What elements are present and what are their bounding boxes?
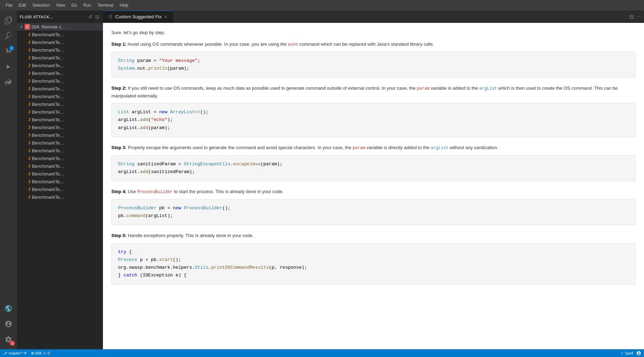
java-file-icon: J bbox=[28, 71, 31, 76]
code-line: argList.add(param); bbox=[118, 124, 629, 132]
file-label: BenchmarkTe... bbox=[32, 195, 64, 200]
code-line: String sanitizedParam = StringEscapeUtil… bbox=[118, 160, 629, 168]
editor-area: ☰ Custom Suggested Fix × ⊟ ··· Sure, let… bbox=[103, 11, 644, 349]
menu-terminal[interactable]: Terminal bbox=[95, 2, 116, 8]
list-item[interactable]: J BenchmarkTe... bbox=[17, 139, 103, 147]
java-file-icon: J bbox=[28, 195, 31, 199]
code-line: pb.command(argList); bbox=[118, 212, 629, 220]
list-item[interactable]: J BenchmarkTe... bbox=[17, 93, 103, 100]
java-file-icon: J bbox=[28, 63, 31, 68]
java-file-icon: J bbox=[28, 87, 31, 91]
step-text: Step 4: Use ProcessBuilder to start the … bbox=[111, 188, 636, 196]
activity-bar: 2 1 bbox=[0, 11, 17, 349]
java-file-icon: J bbox=[28, 48, 31, 52]
step-text: Step 5: Handle exceptions properly. This… bbox=[111, 232, 636, 240]
menu-edit[interactable]: Edit bbox=[16, 2, 29, 8]
java-file-icon: J bbox=[28, 32, 31, 37]
split-editor-button[interactable]: ⊟ bbox=[629, 13, 634, 20]
list-item[interactable]: J BenchmarkTe... bbox=[17, 193, 103, 201]
code-line: List argList = new ArrayList<>(); bbox=[118, 108, 629, 116]
git-branch[interactable]: ⎇ master* ⟳ bbox=[3, 351, 27, 356]
java-file-icon: J bbox=[28, 148, 31, 153]
tab-bar: ☰ Custom Suggested Fix × ⊟ ··· bbox=[103, 11, 644, 23]
sidebar-collapse-icon[interactable]: ⊟ bbox=[95, 13, 100, 20]
sidebar: FLUID ATTACK... ↺ ⊟ ▼ C 004. Remote c...… bbox=[17, 11, 103, 349]
list-item[interactable]: J BenchmarkTe... bbox=[17, 147, 103, 154]
java-file-icon: J bbox=[28, 164, 31, 168]
errors-count[interactable]: ⊗ 898 ⚠ 0 bbox=[31, 351, 50, 356]
list-item[interactable]: J BenchmarkTe... bbox=[17, 100, 103, 108]
menu-file[interactable]: File bbox=[3, 2, 15, 8]
feedback-icon[interactable] bbox=[636, 351, 641, 356]
file-label: BenchmarkTe... bbox=[32, 55, 64, 60]
tree-root-item[interactable]: ▼ C 004. Remote c... bbox=[17, 23, 103, 31]
list-item[interactable]: J BenchmarkTe... bbox=[17, 123, 103, 131]
list-item[interactable]: J BenchmarkTe... bbox=[17, 69, 103, 77]
file-label: BenchmarkTe... bbox=[32, 133, 64, 138]
custom-fix-tab[interactable]: ☰ Custom Suggested Fix × bbox=[103, 11, 173, 23]
menu-help[interactable]: Help bbox=[117, 2, 131, 8]
menu-selection[interactable]: Selection bbox=[30, 2, 52, 8]
list-item[interactable]: J BenchmarkTe... bbox=[17, 178, 103, 185]
sidebar-header: FLUID ATTACK... ↺ ⊟ bbox=[17, 11, 103, 23]
list-item[interactable]: J BenchmarkTe... bbox=[17, 162, 103, 170]
tab-icon: ☰ bbox=[109, 14, 112, 19]
list-item[interactable]: J BenchmarkTe... bbox=[17, 116, 103, 123]
folder-icon: C bbox=[25, 24, 30, 30]
list-item[interactable]: J BenchmarkTe... bbox=[17, 185, 103, 193]
list-item[interactable]: J BenchmarkTe... bbox=[17, 77, 103, 85]
list-item[interactable]: J BenchmarkTe... bbox=[17, 46, 103, 54]
list-item[interactable]: J BenchmarkTe... bbox=[17, 154, 103, 162]
java-file-icon: J bbox=[28, 56, 31, 60]
list-item[interactable]: J BenchmarkTe... bbox=[17, 62, 103, 69]
settings-badge: 1 bbox=[10, 341, 15, 346]
java-file-icon: J bbox=[28, 110, 31, 114]
tab-label: Custom Suggested Fix bbox=[115, 14, 162, 19]
java-file-icon: J bbox=[28, 179, 31, 184]
file-label: BenchmarkTe... bbox=[32, 32, 64, 37]
code-line: argList.add(sanitizedParam); bbox=[118, 168, 629, 176]
file-label: BenchmarkTe... bbox=[32, 140, 64, 146]
source-control-icon[interactable]: 2 bbox=[1, 44, 15, 58]
list-item[interactable]: J BenchmarkTe... bbox=[17, 85, 103, 93]
java-file-icon: J bbox=[28, 79, 31, 83]
file-label: BenchmarkTe... bbox=[32, 63, 64, 68]
list-item[interactable]: J BenchmarkTe... bbox=[17, 38, 103, 46]
step-block: Step 1: Avoid using OS commands whenever… bbox=[111, 41, 636, 78]
tab-close-button[interactable]: × bbox=[164, 14, 167, 20]
spell-check[interactable]: ✓ Spell bbox=[620, 351, 633, 356]
explorer-icon[interactable] bbox=[1, 13, 15, 27]
file-label: BenchmarkTe... bbox=[32, 125, 64, 130]
account-icon[interactable] bbox=[1, 317, 15, 331]
code-block: List argList = new ArrayList<>();argList… bbox=[111, 103, 636, 137]
menu-run[interactable]: Run bbox=[80, 2, 94, 8]
extensions-icon[interactable] bbox=[1, 75, 15, 89]
step-block: Step 5: Handle exceptions properly. This… bbox=[111, 232, 636, 285]
java-file-icon: J bbox=[28, 133, 31, 138]
search-icon[interactable] bbox=[1, 29, 15, 43]
run-debug-icon[interactable] bbox=[1, 60, 15, 74]
file-label: BenchmarkTe... bbox=[32, 40, 64, 45]
list-item[interactable]: J BenchmarkTe... bbox=[17, 170, 103, 178]
code-line: ProcessBuilder pb = new ProcessBuilder()… bbox=[118, 204, 629, 212]
file-label: BenchmarkTe... bbox=[32, 156, 64, 161]
list-item[interactable]: J BenchmarkTe... bbox=[17, 131, 103, 139]
list-item[interactable]: J BenchmarkTe... bbox=[17, 31, 103, 38]
list-item[interactable]: J BenchmarkTe... bbox=[17, 108, 103, 116]
java-file-icon: J bbox=[28, 117, 31, 122]
remote-icon[interactable] bbox=[1, 301, 15, 315]
menu-go[interactable]: Go bbox=[69, 2, 80, 8]
settings-icon[interactable]: 1 bbox=[1, 332, 15, 346]
menu-view[interactable]: View bbox=[53, 2, 68, 8]
git-branch-label: master* bbox=[9, 351, 22, 355]
java-file-icon: J bbox=[28, 40, 31, 45]
code-block: try { Process p = pb.start(); org.owasp.… bbox=[111, 243, 636, 285]
file-label: BenchmarkTe... bbox=[32, 86, 64, 91]
step-block: Step 2: If you still need to use OS comm… bbox=[111, 85, 636, 137]
intro-text: Sure, let's go step by step. bbox=[111, 30, 636, 35]
code-block: String param = "Your message";System.out… bbox=[111, 52, 636, 78]
list-item[interactable]: J BenchmarkTe... bbox=[17, 54, 103, 62]
sidebar-refresh-icon[interactable]: ↺ bbox=[87, 13, 93, 20]
code-line: try { bbox=[118, 248, 629, 256]
more-actions-button[interactable]: ··· bbox=[637, 13, 641, 20]
